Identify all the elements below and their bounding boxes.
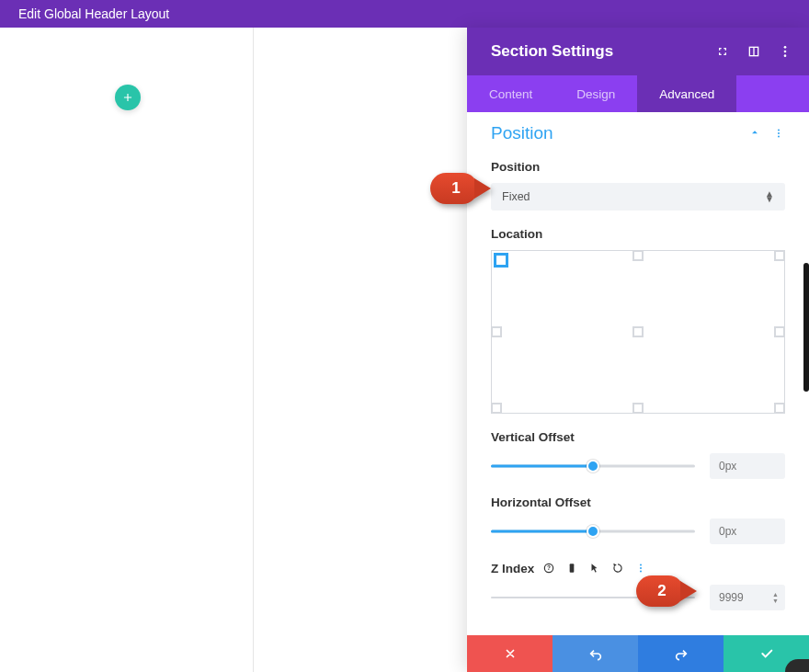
vertical-offset-input[interactable] [710,453,785,479]
svg-point-7 [778,136,780,138]
canvas-column-divider [253,28,254,672]
undo-icon [588,646,603,661]
redo-icon [674,646,689,661]
svg-rect-10 [570,564,575,572]
svg-point-12 [640,567,642,569]
location-top-left[interactable] [494,253,508,268]
panel-header: Section Settings [467,28,809,75]
svg-point-11 [640,564,642,566]
tab-advanced[interactable]: Advanced [637,75,736,112]
close-icon [504,647,517,660]
position-section-title[interactable]: Position [491,123,553,143]
snap-icon[interactable] [746,44,761,59]
annotation-callout-1: 1 [430,173,478,204]
hover-icon[interactable] [587,561,602,575]
expand-icon[interactable] [715,44,730,59]
annotation-callout-2: 2 [636,575,684,607]
svg-point-2 [784,46,787,49]
top-bar: Edit Global Header Layout [0,0,809,28]
location-mid-left[interactable] [491,326,502,337]
add-section-button[interactable] [115,85,141,110]
svg-point-3 [784,51,787,53]
editor-canvas [0,28,467,672]
tab-content[interactable]: Content [467,75,554,112]
location-bottom-center[interactable] [632,403,644,414]
scrollbar-thumb[interactable] [803,263,809,392]
chevron-up-icon[interactable] [748,126,761,142]
svg-point-4 [784,54,787,57]
cancel-button[interactable] [467,635,553,672]
vertical-offset-label: Vertical Offset [491,430,785,444]
annotation-2-text: 2 [657,582,666,600]
location-picker[interactable] [491,250,785,414]
location-top-right[interactable] [774,250,785,261]
panel-header-actions [715,44,792,59]
panel-body: Position Position Fixed ▲▼ Location [467,112,809,635]
annotation-1-text: 1 [451,179,460,198]
panel-tabs: Content Design Advanced [467,75,809,112]
help-icon[interactable]: ? [541,561,556,575]
location-label: Location [491,227,785,241]
top-bar-title: Edit Global Header Layout [18,6,169,21]
vertical-offset-row [491,453,785,479]
redo-button[interactable] [638,635,724,672]
horizontal-offset-slider[interactable] [491,520,695,542]
plus-icon [121,91,134,104]
position-select[interactable]: Fixed ▲▼ [491,183,785,211]
zindex-option-icons: ? [541,561,648,575]
panel-footer [467,635,809,672]
location-mid-center[interactable] [632,326,644,337]
zindex-label: Z Index ? [491,561,785,575]
svg-text:?: ? [547,564,551,571]
position-section-header: Position [491,123,785,143]
zindex-more-icon[interactable] [633,561,648,575]
phone-icon[interactable] [564,561,579,575]
position-label: Position [491,160,785,174]
horizontal-offset-input[interactable] [710,518,785,544]
horizontal-offset-label: Horizontal Offset [491,495,785,509]
panel-title: Section Settings [491,42,613,61]
horizontal-offset-row [491,518,785,544]
more-options-icon[interactable] [778,44,792,59]
tab-design[interactable]: Design [554,75,637,112]
reset-icon[interactable] [610,561,625,575]
check-icon [759,646,774,661]
location-bottom-left[interactable] [491,403,502,414]
position-select-value: Fixed [502,190,530,203]
location-mid-right[interactable] [774,326,785,337]
svg-point-13 [640,571,642,573]
svg-point-6 [778,132,780,134]
zindex-label-text: Z Index [491,562,534,575]
location-bottom-right[interactable] [774,403,785,414]
select-arrows-icon: ▲▼ [765,191,774,202]
location-top-center[interactable] [632,250,644,261]
undo-button[interactable] [553,635,638,672]
vertical-offset-slider[interactable] [491,455,695,477]
section-more-icon[interactable] [772,128,785,139]
zindex-stepper[interactable]: ▲▼ [772,587,781,609]
svg-point-5 [778,130,780,131]
